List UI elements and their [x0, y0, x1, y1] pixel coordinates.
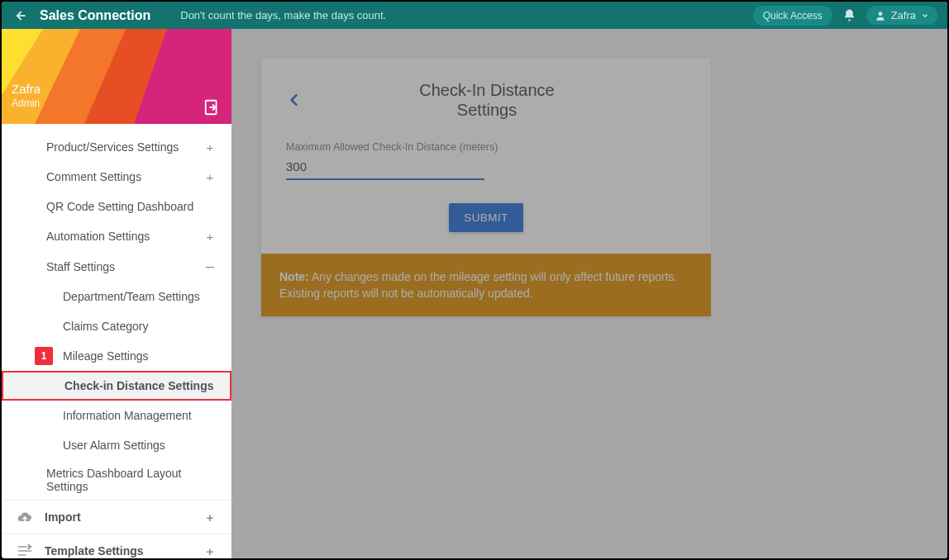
collapse-icon: – — [203, 258, 217, 275]
note-banner: Note: Any changes made on the mileage se… — [261, 254, 711, 316]
app-frame: Sales Connection Don't count the days, m… — [0, 0, 949, 560]
note-prefix: Note: — [279, 270, 309, 283]
svg-point-1 — [878, 12, 882, 16]
sidebar-item-comment-settings[interactable]: Comment Settings + — [2, 162, 231, 192]
sidebar-section-template[interactable]: Template Settings + — [2, 534, 231, 558]
app-body: Zafra Admin Product/Services Settings + … — [2, 29, 947, 558]
sidebar-username: Zafra — [12, 82, 41, 96]
card-header: Check-In Distance Settings — [286, 80, 686, 120]
sidebar-item-automation[interactable]: Automation Settings + — [2, 221, 231, 251]
header-back-button[interactable] — [12, 8, 26, 23]
sidebar-sub-user-alarm[interactable]: User Alarm Settings — [2, 430, 231, 460]
cloud-upload-icon — [17, 509, 33, 525]
expand-icon: + — [203, 170, 217, 184]
header-tagline: Don't count the days, make the days coun… — [180, 9, 386, 21]
arrow-left-icon — [12, 8, 26, 23]
chevron-left-icon — [286, 92, 303, 108]
sidebar-art — [2, 29, 231, 124]
bell-icon — [842, 8, 856, 22]
sidebar-role: Admin — [12, 97, 41, 109]
sidebar-sub-info-management[interactable]: Information Management — [2, 401, 231, 430]
sidebar-item-metrics-dashboard[interactable]: Metrics Dashboard Layout Settings — [2, 460, 231, 500]
submit-button[interactable]: SUBMIT — [449, 203, 522, 232]
user-name: Zafra — [891, 9, 916, 21]
chevron-down-icon — [921, 12, 929, 20]
settings-card: Check-In Distance Settings Maximum Allow… — [261, 59, 711, 316]
app-header: Sales Connection Don't count the days, m… — [2, 2, 947, 29]
expand-icon: + — [203, 510, 217, 524]
sidebar-item-product-services[interactable]: Product/Services Settings + — [2, 132, 231, 162]
user-icon — [875, 10, 886, 21]
sidebar-section-import[interactable]: Import + — [2, 500, 231, 534]
expand-icon: + — [203, 140, 217, 154]
sidebar-sub-checkin-distance[interactable]: Check-in Distance Settings — [2, 371, 231, 401]
sidebar-menu: Product/Services Settings + Comment Sett… — [2, 124, 231, 558]
step-badge: 1 — [35, 347, 53, 365]
exit-icon — [203, 98, 222, 116]
card-back-button[interactable] — [286, 92, 303, 108]
expand-icon: + — [203, 544, 217, 558]
notifications-button[interactable] — [842, 8, 856, 22]
sidebar-header: Zafra Admin — [2, 29, 231, 124]
sidebar-sub-claims-category[interactable]: Claims Category — [2, 311, 231, 341]
user-menu[interactable]: Zafra — [866, 6, 937, 25]
sidebar-exit-button[interactable] — [203, 98, 222, 120]
app-name: Sales Connection — [40, 8, 150, 23]
quick-access-button[interactable]: Quick Access — [753, 6, 832, 26]
distance-input[interactable] — [286, 156, 484, 180]
sidebar-item-qr-dashboard[interactable]: QR Code Setting Dashboard — [2, 192, 231, 221]
distance-field-label: Maximum Allowed Check-In Distance (meter… — [286, 141, 686, 153]
card-title: Check-In Distance Settings — [311, 80, 663, 120]
sidebar-sub-department-team[interactable]: Department/Team Settings — [2, 282, 231, 311]
sidebar: Zafra Admin Product/Services Settings + … — [2, 29, 231, 558]
note-text: Any changes made on the mileage setting … — [279, 270, 677, 300]
sidebar-item-staff-settings[interactable]: Staff Settings – — [2, 251, 231, 282]
expand-icon: + — [203, 230, 217, 244]
template-icon — [17, 543, 33, 558]
main-area: Check-In Distance Settings Maximum Allow… — [231, 29, 947, 558]
